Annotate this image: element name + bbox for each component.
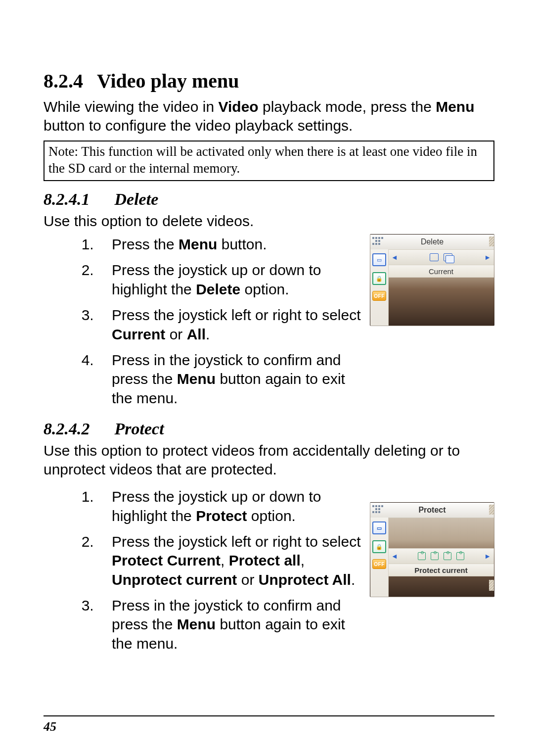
intro-paragraph: While viewing the video in Video playbac… [44,97,494,135]
shot-caption-text: Current [429,267,453,276]
right-arrow-icon: ► [484,253,491,261]
off-badge: OFF [372,559,386,569]
text-bold: Protect Current [112,552,221,568]
delete-tab-icon: ▭ [372,253,386,266]
text: option. [240,281,289,297]
shot-titlebar: Delete [370,235,494,250]
unprotect-all-icon [456,552,464,560]
shot-titlebar: Protect [370,503,494,518]
delete-steps: Press the Menu button.Press the joystick… [44,235,361,408]
text: or [237,571,258,588]
step-item: Press in the joystick to confirm and pre… [98,351,361,408]
note-box: Note: This function will be activated on… [44,141,494,181]
footer-rule [44,715,494,716]
text: Press the [112,236,178,252]
subsection-title: Protect [115,420,164,438]
shot-option-icons [430,253,452,261]
text-bold: Protect all [229,552,301,568]
shot-title: Protect [418,506,445,515]
text: option. [247,508,296,524]
text-bold: Video [219,98,259,115]
text: , [301,552,305,568]
manual-page: 8.2.4Video play menu While viewing the v… [0,0,534,756]
right-arrow-icon: ► [484,552,491,560]
text: playback mode, press the [259,98,436,115]
shot-caption: Protect current [388,564,494,576]
shot-caption: Current [388,265,494,278]
subsection-heading-delete: 8.2.4.1Delete [44,190,494,209]
text: button. [217,236,267,252]
shot-option-band: ◄ ► [388,548,494,564]
protect-screenshot: Protect ◄ ► Protect current ▭ 🔒 OFF [370,502,494,597]
delete-steps-col: Press the Menu button.Press the joystick… [44,232,361,415]
protect-lead: Use this option to protect videos from a… [44,441,494,478]
text-bold: Menu [177,371,216,387]
text-bold: Protect [196,508,247,524]
text-bold: Delete [196,281,240,297]
text-bold: All [187,326,206,342]
shot-sidebar: ▭ 🔒 OFF [370,518,389,597]
protect-row: Press the joystick up or down to highlig… [44,484,494,660]
page-number: 45 [44,719,56,734]
text-bold: Unprotect All [259,571,351,588]
section-title: Video play menu [97,70,239,92]
shot-caption-text: Protect current [414,566,468,574]
step-item: Press the joystick left or right to sele… [98,306,361,344]
scroll-handle-icon [489,236,494,246]
section-heading: 8.2.4Video play menu [44,69,494,93]
protect-steps: Press the joystick up or down to highlig… [44,487,361,653]
scroll-handle-icon [489,505,494,515]
section-number: 8.2.4 [44,69,83,93]
off-badge: OFF [372,291,386,301]
text: button to configure the video playback s… [44,117,353,134]
delete-tab-icon: ▭ [372,521,386,534]
text: . [206,326,210,342]
text-bold: Menu [177,616,216,632]
text-bold: Current [112,326,165,342]
protect-all-icon [431,552,439,560]
text: Press the joystick left or right to sele… [112,533,361,550]
delete-screenshot: Delete ◄ ► Current ▭ 🔒 OFF [370,234,494,326]
text: , [221,552,229,568]
single-icon [430,253,439,261]
step-item: Press the joystick up or down to highlig… [98,487,361,525]
text: . [351,571,355,588]
text-bold: Menu [436,98,474,115]
subsection-title: Delete [115,190,159,208]
unprotect-current-icon [444,552,451,560]
delete-lead: Use this option to delete videos. [44,212,494,231]
shot-option-band: ◄ ► [388,249,494,265]
shot-sidebar: ▭ 🔒 OFF [370,249,389,326]
scroll-handle-icon [489,580,494,591]
protect-tab-icon: 🔒 [372,540,386,553]
left-arrow-icon: ◄ [391,253,398,261]
text: Press the joystick left or right to sele… [112,307,361,323]
step-item: Press the joystick up or down to highlig… [98,261,361,299]
protect-tab-icon: 🔒 [372,272,386,285]
subsection-number: 8.2.4.2 [44,420,90,438]
grid-icon [372,505,385,514]
step-item: Press in the joystick to confirm and pre… [98,596,361,653]
grid-icon [372,237,385,246]
protect-steps-col: Press the joystick up or down to highlig… [44,484,361,660]
text: While viewing the video in [44,98,219,115]
text-bold: Menu [178,236,217,252]
note-text: Note: This function will be activated on… [48,144,477,176]
subsection-heading-protect: 8.2.4.2Protect [44,420,494,438]
left-arrow-icon: ◄ [391,552,398,560]
step-item: Press the Menu button. [98,235,361,254]
text-bold: Unprotect current [112,571,237,588]
subsection-number: 8.2.4.1 [44,190,90,209]
shot-option-icons [418,552,464,560]
step-item: Press the joystick left or right to sele… [98,532,361,589]
text: or [165,326,186,342]
shot-title: Delete [421,237,444,246]
delete-row: Press the Menu button.Press the joystick… [44,232,494,415]
protect-current-icon [418,552,426,560]
multi-icon [444,253,452,261]
